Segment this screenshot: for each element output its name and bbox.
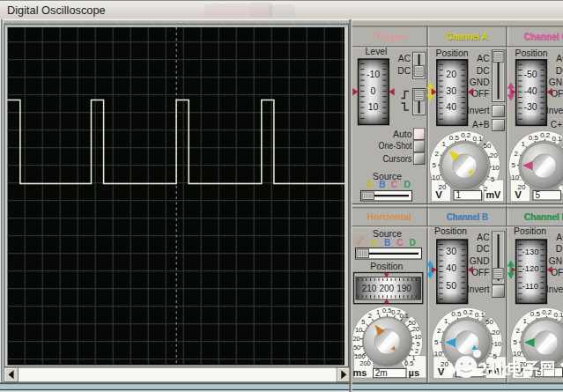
svg-text:210: 210 xyxy=(362,284,377,293)
svg-text:200: 200 xyxy=(379,284,394,293)
svg-text:0: 0 xyxy=(371,85,376,96)
svg-text:µs: µs xyxy=(409,367,419,378)
svg-text:A+B: A+B xyxy=(472,120,490,129)
svg-text:10: 10 xyxy=(434,350,442,358)
svg-text:1: 1 xyxy=(456,190,462,200)
svg-text:V: V xyxy=(438,366,445,377)
svg-text:AC: AC xyxy=(398,54,411,63)
svg-text:10: 10 xyxy=(513,350,521,358)
svg-text:-50: -50 xyxy=(523,69,537,79)
svg-text:5: 5 xyxy=(536,190,541,200)
svg-text:1: 1 xyxy=(441,140,446,148)
svg-text:5: 5 xyxy=(511,161,515,169)
svg-text:0.5: 0.5 xyxy=(449,134,460,142)
svg-text:2: 2 xyxy=(415,347,419,355)
svg-text:10: 10 xyxy=(511,174,519,181)
svg-text:5: 5 xyxy=(432,161,436,169)
svg-text:10: 10 xyxy=(355,326,362,334)
svg-text:Cursors: Cursors xyxy=(383,153,412,164)
svg-text:10: 10 xyxy=(492,164,500,172)
svg-text:Invert: Invert xyxy=(467,106,490,115)
svg-text:GND: GND xyxy=(549,78,563,87)
svg-text:DC: DC xyxy=(477,244,490,254)
svg-text:GND: GND xyxy=(470,78,490,87)
svg-text:10: 10 xyxy=(368,101,379,112)
svg-text:0.2: 0.2 xyxy=(461,131,471,139)
svg-text:Channel C: Channel C xyxy=(524,30,563,42)
svg-text:OFF: OFF xyxy=(551,89,563,99)
svg-text:Level: Level xyxy=(366,47,388,56)
svg-text:0.5: 0.5 xyxy=(530,310,541,318)
svg-text:Channel D: Channel D xyxy=(524,211,563,223)
svg-text:0.1: 0.1 xyxy=(553,311,563,319)
svg-text:Position: Position xyxy=(434,226,467,236)
svg-text:20: 20 xyxy=(492,329,500,337)
svg-text:Position: Position xyxy=(436,48,469,58)
svg-text:200: 200 xyxy=(359,359,371,367)
svg-text:GND: GND xyxy=(549,256,563,266)
svg-text:2: 2 xyxy=(516,327,521,335)
svg-text:Position: Position xyxy=(370,262,403,271)
svg-text:-110: -110 xyxy=(522,281,538,291)
svg-text:0.1: 0.1 xyxy=(472,135,483,143)
svg-text:D: D xyxy=(404,179,411,189)
svg-text:AC: AC xyxy=(477,233,489,242)
svg-text:One-Shot: One-Shot xyxy=(379,140,412,151)
svg-text:30: 30 xyxy=(446,246,456,256)
svg-text:OFF: OFF xyxy=(471,89,489,99)
svg-text:20: 20 xyxy=(352,335,359,343)
svg-text:AC: AC xyxy=(477,54,489,63)
svg-text:50: 50 xyxy=(484,142,492,150)
svg-text:C: C xyxy=(391,179,398,189)
svg-text:50: 50 xyxy=(485,318,493,326)
svg-text:ms: ms xyxy=(353,367,367,378)
svg-text:Invert: Invert xyxy=(467,285,490,294)
svg-text:D: D xyxy=(410,238,416,248)
svg-text:B: B xyxy=(384,238,390,248)
svg-text:AC: AC xyxy=(556,54,563,63)
svg-text:Channel B: Channel B xyxy=(447,211,488,223)
svg-text:0.2: 0.2 xyxy=(540,131,551,139)
svg-text:0.5: 0.5 xyxy=(404,359,413,367)
svg-text:0.1: 0.1 xyxy=(475,311,485,319)
svg-text:30: 30 xyxy=(446,85,456,96)
svg-text:Invert: Invert xyxy=(546,285,563,294)
svg-text:AC: AC xyxy=(556,233,563,242)
svg-text:A: A xyxy=(367,179,374,189)
svg-text:2: 2 xyxy=(437,327,441,335)
svg-text:5: 5 xyxy=(513,338,517,346)
svg-text:10: 10 xyxy=(493,340,501,348)
svg-text:C: C xyxy=(396,238,403,248)
svg-text:20: 20 xyxy=(490,152,498,159)
svg-text:V: V xyxy=(515,189,522,200)
svg-text:DC: DC xyxy=(477,66,490,76)
svg-text:B: B xyxy=(379,179,386,189)
svg-text:A: A xyxy=(371,238,377,248)
svg-text:DC: DC xyxy=(556,66,563,76)
svg-text:40: 40 xyxy=(446,263,456,273)
svg-text:Invert: Invert xyxy=(546,106,563,115)
svg-text:1: 1 xyxy=(376,308,380,316)
svg-text:Auto: Auto xyxy=(393,129,412,139)
svg-text:0.2: 0.2 xyxy=(463,308,474,316)
svg-text:20: 20 xyxy=(446,69,456,79)
svg-text:2m: 2m xyxy=(375,368,388,378)
svg-text:-40: -40 xyxy=(523,85,537,96)
svg-text:1: 1 xyxy=(444,317,448,325)
svg-text:0.5: 0.5 xyxy=(382,307,391,314)
svg-text:5: 5 xyxy=(491,175,495,183)
svg-text:0.1: 0.1 xyxy=(552,135,562,143)
svg-text:0.1: 0.1 xyxy=(400,312,409,320)
svg-text:1: 1 xyxy=(522,317,527,325)
svg-text:Horizontal: Horizontal xyxy=(367,211,411,223)
svg-text:DC: DC xyxy=(397,66,411,76)
svg-text:100: 100 xyxy=(354,352,366,360)
svg-text:mV: mV xyxy=(485,189,501,200)
svg-text:190: 190 xyxy=(396,284,411,293)
svg-text:V: V xyxy=(435,189,442,200)
svg-text:Position: Position xyxy=(514,226,546,236)
svg-text:Trigger: Trigger xyxy=(372,30,407,42)
svg-text:2: 2 xyxy=(368,312,372,320)
svg-text:40: 40 xyxy=(446,101,456,112)
svg-text:-120: -120 xyxy=(522,263,538,273)
